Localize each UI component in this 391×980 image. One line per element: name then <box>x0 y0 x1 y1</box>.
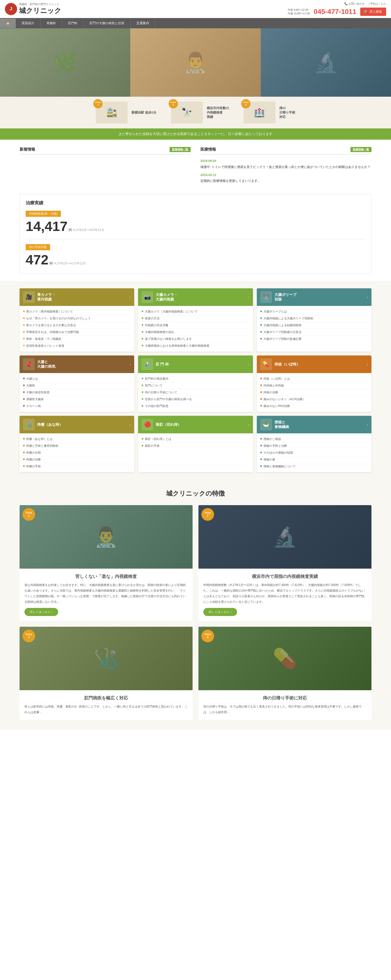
feature-title-3: 肛門病疾を幅広く対応 <box>24 695 188 701</box>
list-item[interactable]: ■大腸ポリープ切除後の注意点 <box>260 329 368 336</box>
search-icon: 🔍 <box>364 10 368 14</box>
medical-info-all-btn[interactable]: 医療情報一覧 <box>350 147 372 152</box>
card-title-large-intestine: 大腸カメラ・ 大腸内視鏡 <box>156 293 246 302</box>
nav-home[interactable]: 🏠 <box>0 19 16 28</box>
list-item[interactable]: ■そのほかの便秘の知識 <box>260 449 368 456</box>
feature-point-badge-2: Point2 <box>201 508 214 521</box>
list-item[interactable]: ■肛門について <box>142 382 249 389</box>
list-item[interactable]: ■大腸内視鏡検査の流れ <box>142 329 249 336</box>
list-item[interactable]: ■痔瘻（あな痔）とは <box>23 436 131 442</box>
bullet-icon: ■ <box>23 330 25 334</box>
point-badge-1: Point1 <box>93 99 103 108</box>
list-item[interactable]: ■楽で苦痛のない検査をお受けします <box>142 336 249 342</box>
stats-title: 治療実績 <box>26 200 365 206</box>
feature-text-3: 痔とは医学的には痔核、痔瘻、裂肛の3）疾患のことです。しかし、一般に痔と言えば全… <box>24 704 188 715</box>
list-item[interactable]: ■肛門科の受診案内 <box>142 375 249 382</box>
main-nav: 🏠 医院紹介 胃腸科 肛門科 肛門や大腸の病気と症状 交通案内 <box>0 18 391 28</box>
card-header-stomach: 🎥 胃カメラ・ 胃内視鏡 › <box>19 288 134 306</box>
stats-divider <box>26 239 365 239</box>
list-item[interactable]: ■その他の肛門疾患 <box>142 403 249 409</box>
feature-text-2: 横浜市内有数の 内視鏡検査 実績 <box>207 106 229 119</box>
stat-endoscopy: 内視鏡検査(胃・大腸) 14,417 例 H.27年2月〜H27年12月 <box>26 211 365 234</box>
hero-section: 🌿 👨‍⚕️ 🔬 <box>0 28 391 97</box>
features-grid: Point1 👨‍⚕️ 苦しくない「楽な」内視鏡検査 楽な内視鏡検査をお約束して… <box>19 505 372 720</box>
clinic-features-section: 城クリニックの特徴 Point1 👨‍⚕️ 苦しくない「楽な」内視鏡検査 楽な内… <box>0 479 391 730</box>
list-item[interactable]: ■痔核の治療 <box>260 389 368 396</box>
news-all-btn[interactable]: 新着情報一覧 <box>169 147 191 152</box>
feature-more-btn-2[interactable]: 詳しくはこちら › <box>203 608 237 616</box>
clinic-logo: J 胃腸科・肛門科の専門クリニック 城クリニック <box>5 2 61 15</box>
list-item[interactable]: ■便秘と食物繊維について <box>260 463 368 470</box>
list-item[interactable]: ■潰瘍性大腸炎 <box>23 396 131 403</box>
list-item[interactable]: ■痔瘻の分類 <box>23 449 131 456</box>
list-item[interactable]: ■痔瘻の治療 <box>23 456 131 463</box>
feature-point-badge-4: Point4 <box>201 630 214 642</box>
list-item[interactable]: ■内視鏡の完全消毒 <box>142 322 249 329</box>
recruit-button[interactable]: 🔍 求人募集 <box>360 8 386 16</box>
feature-more-btn-1[interactable]: 詳しくはこちら › <box>24 608 58 616</box>
list-item[interactable]: ■痔瘻の手術 <box>23 463 131 470</box>
bullet-icon: ■ <box>260 383 262 387</box>
surgery-period: H.27年2月〜H.27年12月 <box>54 261 86 266</box>
arrow-icon: › <box>248 423 249 426</box>
list-item[interactable]: ■痔核（いぼ痔）とは <box>260 375 368 382</box>
list-item[interactable]: ■なぜ「胃カメラ」を受けるのが大切なのでしょう <box>23 315 131 322</box>
surgery-number: 472 <box>26 252 48 267</box>
card-title-anorectal: 肛 門 科 <box>156 362 246 367</box>
bullet-icon: ■ <box>23 323 25 327</box>
list-item[interactable]: ■大腸癌 <box>23 382 131 389</box>
list-item[interactable]: ■痛みのないジオン（ALTA治療） <box>260 396 368 403</box>
list-item[interactable]: ■胃カメラ（胃内視鏡検査）について <box>23 309 131 315</box>
list-item[interactable]: ■大腸カメラ（大腸内視鏡検査）について <box>142 309 249 315</box>
list-item[interactable]: ■症状から肛門や大腸の病気を調べる <box>142 396 249 403</box>
feature-text-2: 年間内視鏡検査数（H.27年1月〜12月）は、胃内視鏡が約7,400件（7,41… <box>203 582 367 605</box>
list-item[interactable]: ■大腸内視鏡による大腸ポリープ切除術 <box>260 315 368 322</box>
list-item[interactable]: ■胃カメラを受けるときの大事な注意点 <box>23 322 131 329</box>
card-header-colon: 🫀 大腸と 大腸の病気 › <box>19 355 134 373</box>
card-header-large-intestine: 📷 大腸カメラ・ 大腸内視鏡 › <box>138 288 253 306</box>
list-item[interactable]: ■便秘のご相談 <box>260 436 368 442</box>
list-item[interactable]: ■裂肛の手術 <box>142 442 249 449</box>
card-colon-disease: 🫀 大腸と 大腸の病気 › ■大腸とは ■大腸癌 ■大腸の炎症性疾患 ■潰瘍性大… <box>19 355 134 412</box>
nav-about[interactable]: 医院紹介 <box>16 18 41 28</box>
list-item[interactable]: ■痛みのないPAO治療 <box>260 403 368 409</box>
feature-image-3: Point3 🩺 <box>19 627 193 690</box>
list-item[interactable]: ■大腸内視鏡による結腸切除術 <box>260 322 368 329</box>
list-item[interactable]: ■大腸の炎症性疾患 <box>23 389 131 396</box>
point-badge-2: Point2 <box>169 99 178 108</box>
medical-item-1: 2019.09.04 保護中: トイレで排便後に便器を見てビックリ！血と便器が真… <box>200 158 372 170</box>
feature-image-4: Point4 💊 <box>198 627 372 690</box>
list-item[interactable]: ■便秘の予防と治療 <box>260 442 368 449</box>
list-item[interactable]: ■痔の日帰り手術について <box>142 389 249 396</box>
list-item[interactable]: ■検査の方法 <box>142 315 249 322</box>
clinic-name: 城クリニック <box>19 6 61 15</box>
nav-anorectal[interactable]: 肛門科 <box>62 18 84 28</box>
nav-diseases[interactable]: 肛門や大腸の病気と症状 <box>84 18 131 28</box>
site-header: J 胃腸科・肛門科の専門クリニック 城クリニック 📞 お問い合わせ・ご予約はこち… <box>0 0 391 18</box>
list-item[interactable]: ■逆流性食道炎とバレット食道 <box>23 342 131 349</box>
list-item[interactable]: ■裂肛（切れ痔）とは <box>142 436 249 442</box>
list-item[interactable]: ■大腸ポリープ切除の監修記事 <box>260 336 368 342</box>
list-item[interactable]: ■クローン病 <box>23 403 131 409</box>
bullet-icon: ■ <box>23 404 25 407</box>
feature-point-badge-1: Point1 <box>22 508 35 521</box>
feature-title-1: 苦しくない「楽な」内視鏡検査 <box>24 573 188 579</box>
fissure-icon: 🔴 <box>142 419 153 430</box>
list-item[interactable]: ■大腸ポリープとは <box>260 309 368 315</box>
arrow-icon: › <box>130 363 131 366</box>
list-item[interactable]: ■胃炎・食道炎・十二指腸炎 <box>23 336 131 342</box>
medical-item-2: 2019.05.12 定期的に医療情報を更新してまいります。 <box>200 173 372 184</box>
nav-access[interactable]: 交通案内 <box>131 18 155 28</box>
feature-item-3: Point3 🏥 痔の 日帰り手術 対応 <box>244 102 295 124</box>
list-item[interactable]: ■早期発見すれば、内視鏡のみで治療可能 <box>23 329 131 336</box>
list-item[interactable]: ■痔瘻と手術と瘻管切除術 <box>23 442 131 449</box>
list-item[interactable]: ■便秘の薬 <box>260 456 368 463</box>
bullet-icon: ■ <box>142 330 143 334</box>
list-item[interactable]: ■内痔核と外痔核 <box>260 382 368 389</box>
nav-gastro[interactable]: 胃腸科 <box>41 18 62 28</box>
list-item[interactable]: ■大腸とは <box>23 375 131 382</box>
list-item[interactable]: ■大腸癌検診における便潜血検査と大腸内視鏡検査 <box>142 342 249 349</box>
arrow-icon: › <box>248 296 249 299</box>
card-links-polyp: ■大腸ポリープとは ■大腸内視鏡による大腸ポリープ切除術 ■大腸内視鏡による結腸… <box>257 306 372 345</box>
card-links-stomach: ■胃カメラ（胃内視鏡検査）について ■なぜ「胃カメラ」を受けるのが大切なのでしょ… <box>19 306 134 352</box>
